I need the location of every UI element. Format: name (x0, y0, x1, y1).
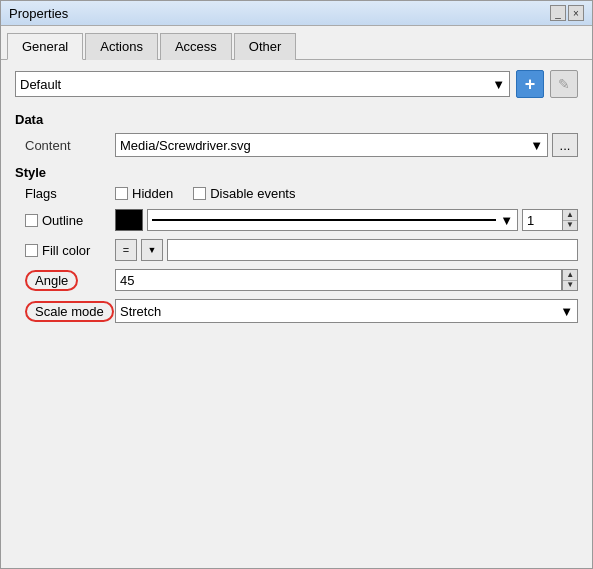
fill-color-checkbox[interactable] (25, 244, 38, 257)
scale-mode-dropdown[interactable]: Stretch ▼ (115, 299, 578, 323)
angle-label-wrap: Angle (25, 270, 115, 291)
style-dropdown[interactable]: Default ▼ (15, 71, 510, 97)
fill-color-row: Fill color = ▼ (15, 239, 578, 261)
toolbar-row: Default ▼ + ✎ (15, 70, 578, 98)
content-label: Content (25, 138, 115, 153)
outline-checkbox-area: Outline (25, 213, 115, 228)
line-dropdown-arrow: ▼ (500, 213, 513, 228)
line-width-input[interactable] (522, 209, 562, 231)
tab-actions[interactable]: Actions (85, 33, 158, 60)
edit-button[interactable]: ✎ (550, 70, 578, 98)
fill-color-swatch[interactable] (167, 239, 578, 261)
angle-up[interactable]: ▲ (563, 270, 577, 281)
add-button[interactable]: + (516, 70, 544, 98)
scale-label-wrap: Scale mode (25, 301, 115, 322)
outline-color-swatch[interactable] (115, 209, 143, 231)
properties-window: Properties _ × General Actions Access Ot… (0, 0, 593, 569)
content-value: Media/Screwdriver.svg (120, 138, 251, 153)
close-button[interactable]: × (568, 5, 584, 21)
hidden-checkbox[interactable] (115, 187, 128, 200)
scale-dropdown-arrow: ▼ (560, 304, 573, 319)
angle-label: Angle (25, 270, 78, 291)
outline-controls: ▼ ▲ ▼ (115, 209, 578, 231)
title-bar-buttons: _ × (550, 5, 584, 21)
fill-color-label: Fill color (42, 243, 90, 258)
line-width-up[interactable]: ▲ (563, 210, 577, 221)
angle-input-wrap: ▲ ▼ (115, 269, 578, 291)
style-dropdown-value: Default (20, 77, 61, 92)
line-width-down[interactable]: ▼ (563, 221, 577, 231)
style-dropdown-arrow: ▼ (492, 77, 505, 92)
disable-events-checkbox-item[interactable]: Disable events (193, 186, 295, 201)
content-control: Media/Screwdriver.svg ▼ ... (115, 133, 578, 157)
content-area: Default ▼ + ✎ Data Content Media/Screwdr… (1, 60, 592, 341)
fill-mode-dropdown[interactable]: ▼ (141, 239, 163, 261)
flags-controls: Hidden Disable events (115, 186, 295, 201)
tab-general[interactable]: General (7, 33, 83, 60)
scale-mode-label: Scale mode (25, 301, 114, 322)
fill-mode-button[interactable]: = (115, 239, 137, 261)
data-section-label: Data (15, 112, 578, 127)
outline-label: Outline (42, 213, 83, 228)
content-dropdown[interactable]: Media/Screwdriver.svg ▼ (115, 133, 548, 157)
content-dropdown-arrow: ▼ (530, 138, 543, 153)
disable-events-label: Disable events (210, 186, 295, 201)
outline-checkbox[interactable] (25, 214, 38, 227)
style-section-label: Style (15, 165, 578, 180)
content-ellipsis-button[interactable]: ... (552, 133, 578, 157)
angle-spinner: ▲ ▼ (562, 269, 578, 291)
angle-down[interactable]: ▼ (563, 281, 577, 291)
fill-checkbox-area: Fill color (25, 243, 115, 258)
disable-events-checkbox[interactable] (193, 187, 206, 200)
scale-mode-value: Stretch (120, 304, 161, 319)
content-row: Content Media/Screwdriver.svg ▼ ... (15, 133, 578, 157)
line-style-dropdown[interactable]: ▼ (147, 209, 518, 231)
hidden-checkbox-item[interactable]: Hidden (115, 186, 173, 201)
line-preview (152, 219, 496, 221)
window-title: Properties (9, 6, 68, 21)
tab-other[interactable]: Other (234, 33, 297, 60)
flags-label: Flags (25, 186, 115, 201)
minimize-button[interactable]: _ (550, 5, 566, 21)
scale-control: Stretch ▼ (115, 299, 578, 323)
angle-row: Angle ▲ ▼ (15, 269, 578, 291)
line-width-spinner: ▲ ▼ (562, 209, 578, 231)
tab-access[interactable]: Access (160, 33, 232, 60)
angle-input[interactable] (115, 269, 562, 291)
outline-row: Outline ▼ ▲ ▼ (15, 209, 578, 231)
flags-row: Flags Hidden Disable events (15, 186, 578, 201)
scale-mode-row: Scale mode Stretch ▼ (15, 299, 578, 323)
angle-control: ▲ ▼ (115, 269, 578, 291)
fill-controls: = ▼ (115, 239, 578, 261)
title-bar: Properties _ × (1, 1, 592, 26)
hidden-label: Hidden (132, 186, 173, 201)
line-width-wrap: ▲ ▼ (522, 209, 578, 231)
style-section: Style Flags Hidden Disable events (15, 165, 578, 323)
tabs-container: General Actions Access Other (1, 26, 592, 60)
